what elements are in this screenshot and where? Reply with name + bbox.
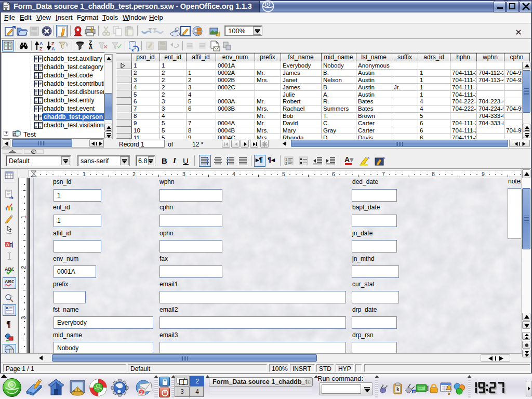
svg-text:ABC: ABC [5, 267, 14, 272]
svg-text:A: A [39, 41, 43, 46]
svg-text:D: D [413, 390, 416, 394]
svg-text:1: 1 [285, 157, 287, 161]
svg-text:Z: Z [39, 46, 43, 51]
svg-text:Z: Z [51, 41, 55, 46]
svg-text:ABC: ABC [5, 279, 14, 284]
svg-text:3: 3 [140, 390, 143, 395]
svg-text:¶: ¶ [6, 320, 11, 328]
svg-text:k: k [396, 387, 400, 392]
svg-text:2: 2 [285, 162, 287, 165]
svg-text:A: A [51, 46, 55, 51]
